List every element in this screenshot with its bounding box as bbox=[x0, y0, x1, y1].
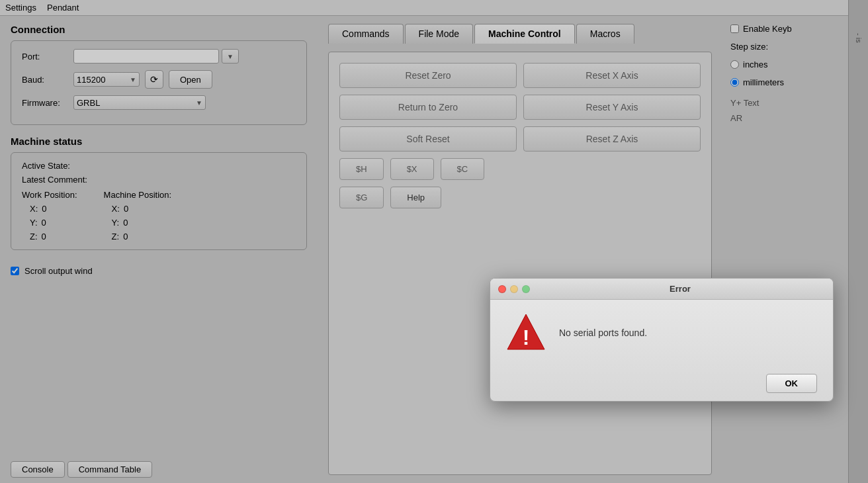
error-dialog: Error ! No serial ports found. OK bbox=[490, 278, 834, 402]
error-message: No serial ports found. bbox=[559, 328, 817, 338]
dialog-overlay: Error ! No serial ports found. OK bbox=[0, 0, 868, 483]
ok-button[interactable]: OK bbox=[766, 374, 818, 393]
maximize-icon[interactable] bbox=[522, 285, 530, 293]
svg-text:!: ! bbox=[523, 326, 530, 349]
minimize-icon[interactable] bbox=[510, 285, 518, 293]
dialog-footer: OK bbox=[490, 366, 833, 401]
dialog-body: ! No serial ports found. bbox=[490, 300, 833, 366]
dialog-titlebar: Error bbox=[490, 279, 833, 300]
traffic-lights bbox=[498, 285, 530, 293]
close-icon[interactable] bbox=[498, 285, 506, 293]
error-icon: ! bbox=[506, 313, 546, 353]
dialog-title: Error bbox=[535, 284, 825, 294]
